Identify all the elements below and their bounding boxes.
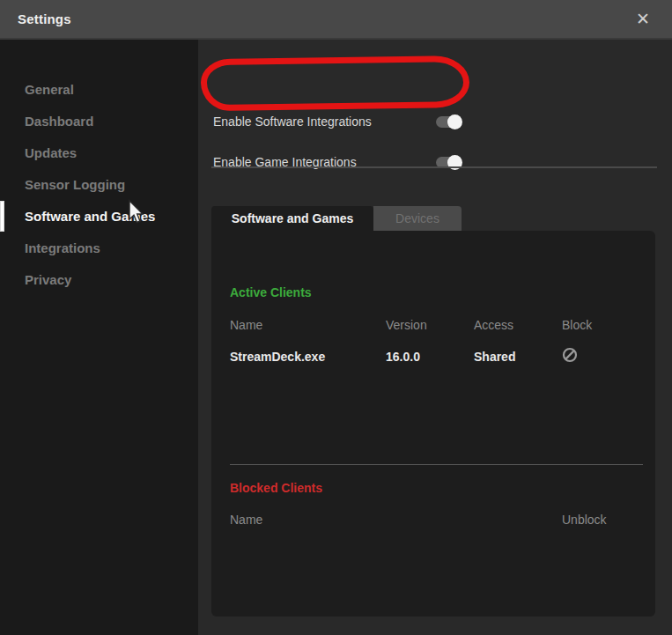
tab-software-and-games[interactable]: Software and Games [211,206,373,231]
column-header-access: Access [474,318,513,332]
game-integrations-row: Enable Game Integrations [213,155,654,173]
sidebar-item-label: Integrations [25,240,100,255]
toggle-knob [447,114,462,129]
blocked-column-header-name: Name [230,513,262,527]
sidebar-item-sensor-logging[interactable]: Sensor Logging [0,168,198,200]
software-integrations-label: Enable Software Integrations [213,114,372,129]
software-integrations-row: Enable Software Integrations [213,114,654,132]
block-client-button[interactable] [562,347,578,363]
settings-window: Settings ✕ General Dashboard Updates Sen… [0,0,672,635]
close-icon[interactable]: ✕ [631,8,654,31]
client-name-cell: StreamDeck.exe [230,350,325,364]
sidebar-item-label: Privacy [25,272,71,287]
sidebar-item-label: Updates [25,145,77,160]
sidebar-item-updates[interactable]: Updates [0,137,198,168]
selected-indicator-bar [0,201,4,232]
column-header-name: Name [230,318,262,332]
sidebar-item-integrations[interactable]: Integrations [0,232,198,263]
clients-panel: Active Clients Name Version Access Block… [211,231,655,617]
red-circle-annotation [201,55,470,111]
client-access-cell: Shared [474,350,515,364]
sidebar-item-label: Software and Games [25,209,155,224]
section-divider [211,166,657,168]
tab-devices[interactable]: Devices [373,206,462,231]
sidebar: General Dashboard Updates Sensor Logging… [0,40,198,635]
sidebar-item-software-and-games[interactable]: Software and Games [0,200,198,232]
active-clients-title: Active Clients [230,285,312,299]
sidebar-item-general[interactable]: General [0,73,198,105]
main-content: Enable Software Integrations Enable Game… [198,40,672,635]
sidebar-item-dashboard[interactable]: Dashboard [0,105,198,137]
blocked-clients-title: Blocked Clients [230,481,322,495]
tab-label: Devices [395,211,439,225]
sidebar-item-label: Dashboard [25,114,93,129]
tab-label: Software and Games [232,211,354,225]
sidebar-nav: General Dashboard Updates Sensor Logging… [0,73,198,295]
client-version-cell: 16.0.0 [386,350,420,364]
blocked-column-header-unblock: Unblock [562,513,607,527]
software-integrations-toggle[interactable] [436,116,461,128]
column-header-version: Version [386,318,427,332]
panel-divider [230,464,643,465]
no-entry-icon [562,347,578,363]
window-title: Settings [18,11,71,26]
column-header-block: Block [562,318,592,332]
sidebar-item-label: General [25,82,74,97]
titlebar: Settings ✕ [0,0,672,40]
sidebar-item-privacy[interactable]: Privacy [0,263,198,295]
sidebar-item-label: Sensor Logging [25,177,125,192]
